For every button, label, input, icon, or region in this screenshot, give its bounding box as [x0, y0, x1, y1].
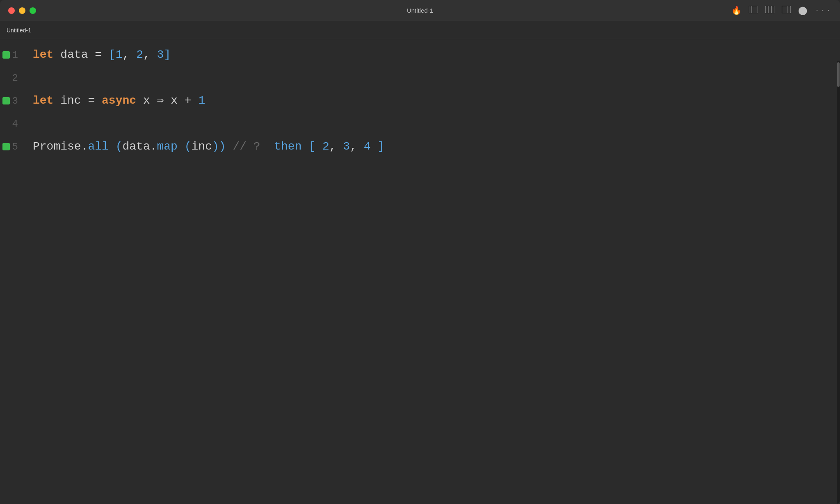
then-keyword: then — [274, 135, 301, 158]
line-numbers: 1 2 3 4 5 — [12, 43, 33, 504]
num-3: 3 — [157, 43, 164, 66]
titlebar: Untitled-1 🔥 — [0, 0, 840, 21]
space-4 — [95, 89, 102, 112]
more-options-icon[interactable]: ··· — [815, 6, 832, 15]
ident-x: x — [136, 89, 157, 112]
close-button[interactable] — [8, 7, 15, 14]
indicator-3 — [0, 89, 12, 112]
columns-icon[interactable] — [765, 6, 774, 15]
window: Untitled-1 🔥 — [0, 0, 840, 504]
keyword-async: async — [102, 89, 136, 112]
space-6 — [109, 135, 116, 158]
space-1 — [102, 43, 109, 66]
indicator-2 — [0, 66, 12, 89]
scrollbar-thumb[interactable] — [837, 62, 840, 87]
panel-icon[interactable] — [782, 6, 791, 15]
comment-question: ? — [253, 135, 260, 158]
method-all: all — [88, 135, 108, 158]
sidebar-toggle-icon[interactable] — [749, 6, 758, 15]
keyword-let-1: let — [33, 43, 53, 66]
line-num-1: 1 — [12, 43, 26, 66]
bracket-open-2: ( — [116, 135, 123, 158]
bracket-close-2: ) — [212, 135, 219, 158]
code-line-4 — [33, 112, 840, 135]
breakpoint-1[interactable] — [2, 51, 10, 59]
space-13 — [336, 135, 343, 158]
breakpoint-3[interactable] — [2, 97, 10, 104]
bracket-open-4: [ — [308, 135, 315, 158]
indicator-1 — [0, 43, 12, 66]
ident-data-map: data — [122, 135, 150, 158]
equals-3: = — [88, 89, 95, 112]
breakpoint-5[interactable] — [2, 143, 10, 150]
ident-inc-call: inc — [192, 135, 212, 158]
num-1-line3: 1 — [198, 89, 205, 112]
comma-2: , — [143, 43, 150, 66]
code-line-5: Promise . all ( data . map ( inc ) ) // — [33, 135, 840, 158]
comma-1: , — [123, 43, 130, 66]
window-title: Untitled-1 — [407, 7, 433, 14]
bracket-close-4: ] — [377, 135, 384, 158]
keyword-let-3: let — [33, 89, 53, 112]
promise-ident: Promise — [33, 135, 81, 158]
space-3 — [150, 43, 157, 66]
space-12 — [315, 135, 322, 158]
tabbar: Untitled-1 — [0, 21, 840, 39]
plus-symbol: + — [185, 89, 192, 112]
minimize-button[interactable] — [19, 7, 25, 14]
code-line-3: let inc = async x ⇒ x + 1 — [33, 89, 840, 112]
indicator-4 — [0, 112, 12, 135]
dot-1: . — [81, 135, 88, 158]
code-area: let data = [ 1 , 2 , 3 ] — [33, 43, 840, 504]
bracket-close-3: ) — [219, 135, 226, 158]
circle-icon[interactable]: ⬤ — [798, 5, 807, 16]
svg-rect-5 — [782, 6, 791, 13]
space-7 — [178, 135, 185, 158]
bracket-open-3: ( — [185, 135, 192, 158]
space-9 — [247, 135, 253, 158]
line-num-5: 5 — [12, 135, 26, 158]
scrollbar[interactable] — [837, 61, 840, 504]
indicator-5 — [0, 135, 12, 158]
num-3-result: 3 — [343, 135, 350, 158]
editor-container: 1 2 3 4 5 let data = [ 1 , 2 — [0, 39, 840, 504]
num-1: 1 — [116, 43, 123, 66]
editor[interactable]: 1 2 3 4 5 let data = [ 1 , 2 — [0, 39, 840, 504]
space-11 — [301, 135, 308, 158]
ident-inc: inc — [53, 89, 88, 112]
comment-slashes: // — [233, 135, 247, 158]
bracket-close-1: ] — [164, 43, 171, 66]
svg-rect-0 — [749, 6, 758, 13]
bracket-open-1: [ — [109, 43, 116, 66]
comma-3: , — [329, 135, 336, 158]
space-10 — [260, 135, 274, 158]
line-num-3: 3 — [12, 89, 26, 112]
dot-2: . — [150, 135, 157, 158]
ident-x2: x — [164, 89, 184, 112]
ident-data: data — [53, 43, 95, 66]
arrow-symbol: ⇒ — [157, 89, 164, 112]
line-num-4: 4 — [12, 112, 26, 135]
num-2-result: 2 — [322, 135, 329, 158]
comma-4: , — [350, 135, 357, 158]
code-line-1: let data = [ 1 , 2 , 3 ] — [33, 43, 840, 66]
space-8 — [226, 135, 233, 158]
method-map: map — [157, 135, 178, 158]
space-15 — [371, 135, 378, 158]
traffic-lights — [8, 7, 36, 14]
num-4-result: 4 — [364, 135, 371, 158]
flame-icon[interactable]: 🔥 — [731, 5, 742, 16]
line-num-2: 2 — [12, 66, 26, 89]
tab-untitled[interactable]: Untitled-1 — [7, 27, 31, 34]
svg-rect-2 — [765, 6, 774, 13]
space-5 — [192, 89, 199, 112]
maximize-button[interactable] — [30, 7, 36, 14]
code-line-2 — [33, 66, 840, 89]
toolbar-right: 🔥 — [731, 5, 832, 16]
space-2 — [129, 43, 136, 66]
equals-1: = — [95, 43, 102, 66]
num-2: 2 — [136, 43, 143, 66]
space-14 — [357, 135, 364, 158]
line-indicators — [0, 43, 12, 504]
